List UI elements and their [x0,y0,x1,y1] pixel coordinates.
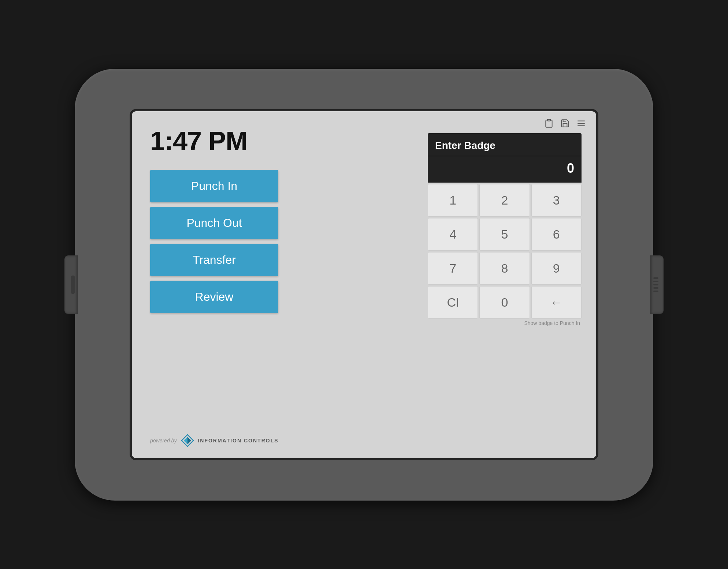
key-9[interactable]: 9 [531,252,582,285]
key-3[interactable]: 3 [531,184,582,217]
key-6[interactable]: 6 [531,218,582,251]
badge-hint: Show badge to Punch In [428,320,582,326]
time-display: 1:47 PM [150,126,247,156]
brand-name: INFORMATION CONTROLS [198,438,278,443]
right-side-bump [650,255,664,314]
badge-header: Enter Badge [428,133,582,156]
key-7[interactable]: 7 [428,252,478,285]
menu-icon[interactable] [576,119,586,130]
punch-in-button[interactable]: Punch In [150,170,278,202]
punch-out-button[interactable]: Punch Out [150,207,278,239]
clipboard-icon[interactable] [544,119,554,130]
left-side-bump [64,255,78,314]
brand-logo: INFORMATION CONTROLS [180,433,278,448]
device-shell: 1:47 PM Punch In Punch Out Transfer Revi… [75,69,653,501]
key-8[interactable]: 8 [479,252,530,285]
key-5[interactable]: 5 [479,218,530,251]
powered-by-text: powered by [150,438,177,443]
footer-branding: powered by INFORMATION CONTROLS [150,433,279,448]
side-ridges [653,277,658,292]
key-1[interactable]: 1 [428,184,478,217]
ridge-2 [653,281,658,282]
screen-border: 1:47 PM Punch In Punch Out Transfer Revi… [130,109,598,460]
badge-section: Enter Badge 0 1 2 3 4 5 6 7 8 9 Cl 0 ← [428,133,582,326]
ridge-3 [653,284,658,285]
svg-rect-0 [547,119,551,121]
key-4[interactable]: 4 [428,218,478,251]
badge-display: 0 [428,156,582,183]
top-bar [544,119,586,130]
side-button-left[interactable] [71,276,75,294]
key-2[interactable]: 2 [479,184,530,217]
screen: 1:47 PM Punch In Punch Out Transfer Revi… [132,111,596,458]
brand-icon [180,433,195,448]
keypad: 1 2 3 4 5 6 7 8 9 Cl 0 ← [428,184,582,319]
key-backspace[interactable]: ← [531,286,582,319]
ridge-5 [653,291,658,292]
save-icon[interactable] [560,119,570,130]
ridge-1 [653,277,658,279]
review-button[interactable]: Review [150,281,278,313]
transfer-button[interactable]: Transfer [150,244,278,276]
ridge-4 [653,287,658,289]
key-0[interactable]: 0 [479,286,530,319]
key-clear[interactable]: Cl [428,286,478,319]
action-buttons: Punch In Punch Out Transfer Review [150,170,278,313]
